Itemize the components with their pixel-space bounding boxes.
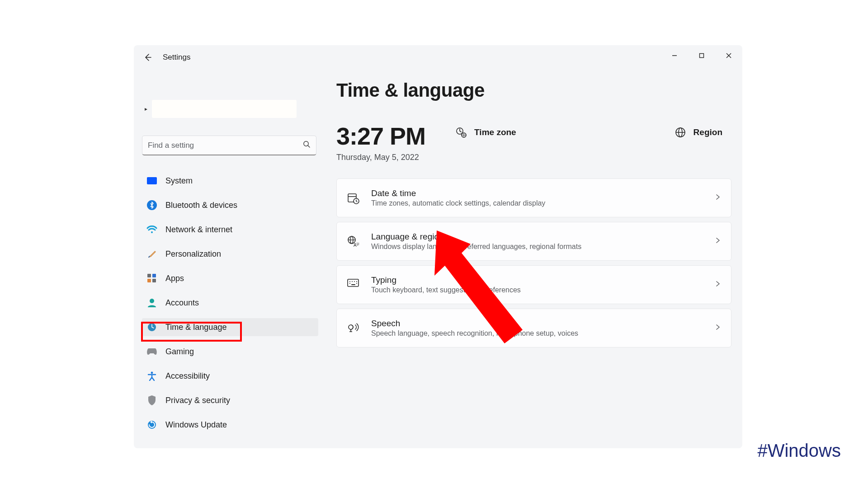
wifi-icon <box>146 224 157 235</box>
svg-rect-7 <box>147 274 151 277</box>
card-date-time[interactable]: Date & time Time zones, automatic clock … <box>336 178 731 217</box>
svg-point-13 <box>151 372 153 374</box>
svg-point-6 <box>151 231 153 233</box>
sidebar-item-label: System <box>165 176 193 186</box>
card-title: Date & time <box>371 188 703 198</box>
sidebar-item-label: Accessibility <box>165 371 210 381</box>
app-title: Settings <box>163 53 190 62</box>
back-button[interactable] <box>143 52 153 62</box>
account-header[interactable]: ▸ <box>142 99 318 119</box>
maximize-button[interactable] <box>688 45 715 66</box>
card-title: Speech <box>371 319 703 328</box>
sidebar-item-accounts[interactable]: Accounts <box>142 294 318 312</box>
hero-link-label: Region <box>693 127 722 137</box>
close-button[interactable] <box>715 45 742 66</box>
clock-timezone-icon <box>455 127 467 138</box>
annotation-hashtag: #Windows <box>757 441 841 461</box>
chevron-right-icon <box>715 324 721 332</box>
card-desc: Speech language, speech recognition, mic… <box>371 329 703 338</box>
settings-window: Settings ▸ System Blu <box>134 45 742 448</box>
clock-globe-icon <box>146 322 157 333</box>
card-title: Language & region <box>371 232 703 242</box>
sidebar-nav: System Bluetooth & devices Network & int… <box>142 172 318 434</box>
svg-text:字: 字 <box>356 243 359 246</box>
main-content: Time & language 3:27 PM Thursday, May 5,… <box>336 80 731 347</box>
card-title: Typing <box>371 275 703 285</box>
paintbrush-icon <box>146 249 157 259</box>
sidebar-item-label: Personalization <box>165 249 221 259</box>
sidebar-item-system[interactable]: System <box>142 172 318 190</box>
account-placeholder <box>152 100 297 118</box>
hero-row: 3:27 PM Thursday, May 5, 2022 Time zone … <box>336 122 731 162</box>
search-box[interactable] <box>142 136 316 155</box>
page-title: Time & language <box>336 80 731 101</box>
minimize-button[interactable] <box>661 45 688 66</box>
clock-time: 3:27 PM <box>336 122 425 150</box>
update-icon <box>146 419 157 430</box>
sidebar-item-time-language[interactable]: Time & language <box>142 318 318 336</box>
keyboard-icon <box>347 278 359 291</box>
sidebar-item-apps[interactable]: Apps <box>142 269 318 287</box>
svg-rect-1 <box>700 54 704 58</box>
chevron-right-icon: ▸ <box>145 106 147 112</box>
bluetooth-icon <box>146 200 157 211</box>
sidebar: ▸ System Bluetooth & devices <box>142 99 318 434</box>
accessibility-icon <box>146 371 157 381</box>
globe-icon <box>675 127 686 138</box>
window-controls <box>661 45 742 66</box>
sidebar-item-network[interactable]: Network & internet <box>142 221 318 239</box>
card-language-region[interactable]: A字 Language & region Windows display lan… <box>336 222 731 261</box>
svg-rect-28 <box>348 279 359 286</box>
card-speech[interactable]: Speech Speech language, speech recogniti… <box>336 309 731 347</box>
settings-cards: Date & time Time zones, automatic clock … <box>336 178 731 347</box>
speech-icon <box>347 322 359 334</box>
sidebar-item-label: Apps <box>165 274 184 283</box>
svg-point-34 <box>356 283 357 284</box>
person-icon <box>146 297 157 308</box>
svg-point-33 <box>349 283 350 284</box>
svg-point-30 <box>352 281 353 282</box>
svg-point-32 <box>356 281 357 282</box>
sidebar-item-label: Bluetooth & devices <box>165 201 237 210</box>
card-desc: Windows display language, preferred lang… <box>371 243 703 251</box>
sidebar-item-gaming[interactable]: Gaming <box>142 343 318 361</box>
svg-rect-9 <box>147 279 151 282</box>
svg-point-31 <box>354 281 355 282</box>
calendar-clock-icon <box>347 192 359 204</box>
language-globe-icon: A字 <box>347 235 359 248</box>
chevron-right-icon <box>715 281 721 289</box>
gamepad-icon <box>146 346 157 357</box>
card-desc: Touch keyboard, text suggestions, prefer… <box>371 286 703 294</box>
shield-icon <box>146 395 157 406</box>
sidebar-item-label: Gaming <box>165 347 194 357</box>
chevron-right-icon <box>715 194 721 202</box>
hero-link-label: Time zone <box>474 127 516 137</box>
svg-point-29 <box>349 281 350 282</box>
sidebar-item-label: Privacy & security <box>165 396 230 405</box>
clock-block: 3:27 PM Thursday, May 5, 2022 <box>336 122 425 162</box>
sidebar-item-bluetooth[interactable]: Bluetooth & devices <box>142 196 318 214</box>
clock-date: Thursday, May 5, 2022 <box>336 153 425 162</box>
svg-rect-35 <box>351 284 355 285</box>
chevron-right-icon <box>715 237 721 245</box>
svg-point-11 <box>150 299 154 303</box>
svg-rect-10 <box>152 279 156 282</box>
system-icon <box>146 175 157 186</box>
sidebar-item-label: Time & language <box>165 323 226 332</box>
sidebar-item-accessibility[interactable]: Accessibility <box>142 367 318 385</box>
sidebar-item-label: Network & internet <box>165 225 232 235</box>
card-typing[interactable]: Typing Touch keyboard, text suggestions,… <box>336 265 731 304</box>
hero-link-region[interactable]: Region <box>675 127 722 138</box>
hero-link-timezone[interactable]: Time zone <box>455 127 516 138</box>
svg-rect-8 <box>152 274 156 277</box>
svg-line-5 <box>308 145 310 147</box>
sidebar-item-personalization[interactable]: Personalization <box>142 245 318 263</box>
apps-icon <box>146 273 157 284</box>
sidebar-item-label: Accounts <box>165 298 199 308</box>
sidebar-item-privacy[interactable]: Privacy & security <box>142 391 318 409</box>
search-input[interactable] <box>148 141 303 150</box>
sidebar-item-label: Windows Update <box>165 420 227 430</box>
search-icon <box>303 141 311 150</box>
sidebar-item-windows-update[interactable]: Windows Update <box>142 416 318 434</box>
card-desc: Time zones, automatic clock settings, ca… <box>371 199 703 207</box>
